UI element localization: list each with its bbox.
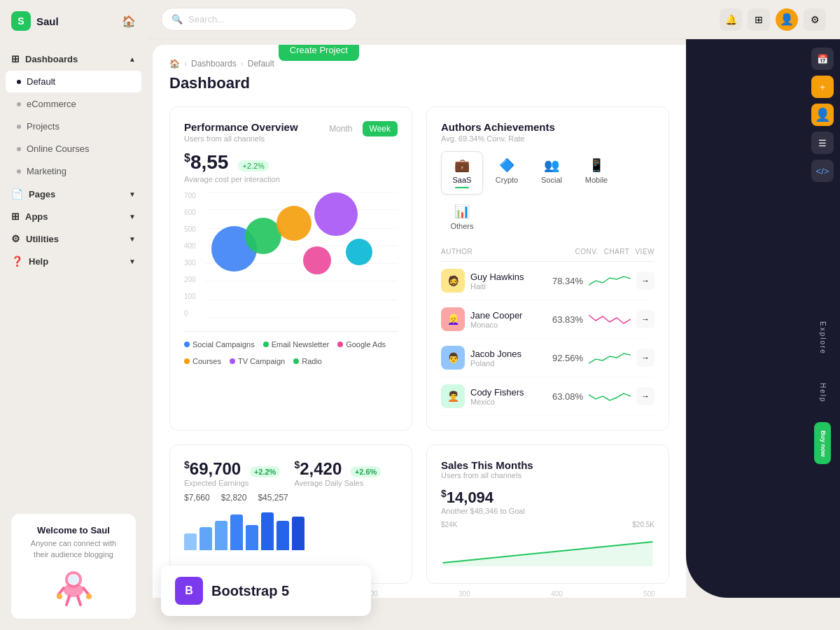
authors-title: Authors Achievements xyxy=(441,121,654,133)
bubble-purple xyxy=(314,192,358,236)
grid-line xyxy=(205,281,398,281)
saas-icon: 💼 xyxy=(454,158,470,173)
tab-social[interactable]: 👥 Social xyxy=(531,151,573,195)
bootstrap-overlay-card: B Bootstrap 5 xyxy=(161,566,371,616)
view-button[interactable]: → xyxy=(636,310,654,328)
user-avatar-icon[interactable]: 👤 xyxy=(811,104,834,126)
tab-crypto[interactable]: 🔷 Crypto xyxy=(486,151,528,195)
home-icon[interactable]: 🏠 xyxy=(169,59,180,69)
earnings-label: Expected Earnings xyxy=(184,479,280,487)
view-button[interactable]: → xyxy=(636,387,654,405)
dashboards-icon: ⊞ xyxy=(11,53,20,64)
settings-icon[interactable]: ⊞ xyxy=(748,8,770,31)
table-row: 🧑‍🦱 Cody Fishers Mexico 63.08% → xyxy=(441,377,654,416)
crypto-icon: 🔷 xyxy=(499,158,514,173)
sidebar-item-apps[interactable]: ⊞ Apps ▼ xyxy=(0,205,147,227)
create-project-button[interactable]: Create Project xyxy=(279,45,359,61)
conv-rate: 63.08% xyxy=(552,391,583,402)
bar xyxy=(261,512,274,550)
avatar: 🧑‍🦱 xyxy=(441,384,465,408)
perf-badge: +2.2% xyxy=(238,160,269,172)
conv-rate: 78.34% xyxy=(552,276,583,286)
svg-point-8 xyxy=(57,594,62,599)
legend-google-ads: Google Ads xyxy=(337,340,386,349)
more-icon[interactable]: ⚙ xyxy=(804,8,826,31)
breadcrumb-dashboards[interactable]: Dashboards xyxy=(191,59,237,69)
content-main: 🏠 › Dashboards › Default Create Project … xyxy=(153,45,686,598)
code-icon[interactable]: </> xyxy=(811,160,834,182)
earnings-badge: +2.2% xyxy=(250,466,281,477)
table-row: 👱‍♀️ Jane Cooper Monaco 63.83% → xyxy=(441,300,654,339)
sidebar-item-online-courses[interactable]: Online Courses xyxy=(6,138,141,160)
tab-label: Others xyxy=(450,222,473,230)
welcome-subtitle: Anyone can connect with their audience b… xyxy=(22,538,125,560)
grid-line xyxy=(205,317,398,318)
svg-marker-10 xyxy=(443,542,653,566)
bubble-ads xyxy=(276,206,312,241)
calendar-icon[interactable]: 📅 xyxy=(811,48,834,70)
sidebar-nav: ⊞ Dashboards ▲ Default eCommerce Project… xyxy=(0,42,147,503)
search-box[interactable]: 🔍 Search... xyxy=(161,8,357,31)
perf-subtitle: Users from all channels xyxy=(184,134,298,143)
chevron-up-icon: ▲ xyxy=(129,55,136,63)
sales-this-month-card: Sales This Months Users from all channel… xyxy=(426,444,669,584)
sidebar-item-ecommerce[interactable]: eCommerce xyxy=(6,93,141,115)
perf-cost-label: Avarage cost per interaction xyxy=(184,175,398,183)
perf-title: Performance Overview xyxy=(184,121,298,133)
tab-underline xyxy=(455,187,469,188)
conv-rate: 92.56% xyxy=(552,353,583,363)
sidebar-item-projects[interactable]: Projects xyxy=(6,115,141,137)
mini-chart xyxy=(589,311,631,328)
astronaut-illustration xyxy=(46,566,102,608)
breadcrumb-default[interactable]: Default xyxy=(248,59,274,69)
avatar: 👨 xyxy=(441,346,465,370)
sidebar-item-dashboards[interactable]: ⊞ Dashboards ▲ xyxy=(0,48,147,70)
sidebar-item-default[interactable]: Default xyxy=(6,71,141,92)
help-icon: ❓ xyxy=(11,255,23,267)
daily-sales-info: $2,420 +2.6% Average Daily Sales xyxy=(294,459,381,487)
week-toggle[interactable]: Week xyxy=(363,121,398,136)
tab-label: SaaS xyxy=(453,176,472,184)
sidebar-item-marketing[interactable]: Marketing xyxy=(6,160,141,182)
buy-now-button[interactable]: Buy now xyxy=(814,422,831,464)
earnings-card: $69,700 +2.2% Expected Earnings $2,420 +… xyxy=(169,444,412,584)
legend-dot xyxy=(230,358,235,364)
grid-line xyxy=(205,192,398,192)
perf-header: Performance Overview Users from all chan… xyxy=(184,121,398,143)
author-name: Jacob Jones xyxy=(470,349,522,359)
authors-tabs: 💼 SaaS 🔷 Crypto 👥 Social xyxy=(441,151,654,237)
view-button[interactable]: → xyxy=(636,349,654,367)
tab-mobile[interactable]: 📱 Mobile xyxy=(575,151,617,195)
mini-chart xyxy=(589,349,631,366)
sidebar-item-utilities[interactable]: ⚙ Utilities ▼ xyxy=(0,227,147,250)
plus-icon[interactable]: + xyxy=(811,76,834,98)
tab-others[interactable]: 📊 Others xyxy=(441,197,483,237)
bar xyxy=(215,521,227,550)
bar xyxy=(292,517,304,550)
notification-icon[interactable]: 🔔 xyxy=(720,8,742,31)
author-info: 🧑‍🦱 Cody Fishers Mexico xyxy=(441,384,547,408)
bootstrap-label: Bootstrap 5 xyxy=(211,583,289,599)
social-icon: 👥 xyxy=(544,158,559,173)
sales-value-block: $14,094 Another $48,346 to Goal xyxy=(441,488,654,515)
app-name: Saul xyxy=(36,15,59,27)
author-country: Poland xyxy=(470,359,522,368)
back-icon[interactable]: 🏠 xyxy=(122,15,136,28)
view-button[interactable]: → xyxy=(636,272,654,290)
bubble-tv xyxy=(303,246,331,274)
sidebar-item-help[interactable]: ❓ Help ▼ xyxy=(0,250,147,272)
tab-saas[interactable]: 💼 SaaS xyxy=(441,151,483,195)
user-avatar[interactable]: 👤 xyxy=(776,8,798,31)
menu-icon[interactable]: ☰ xyxy=(811,132,834,154)
earnings-info: $69,700 +2.2% Expected Earnings xyxy=(184,459,280,487)
author-details: Guy Hawkins Haiti xyxy=(470,272,524,290)
search-icon: 🔍 xyxy=(172,14,183,24)
month-toggle[interactable]: Month xyxy=(322,121,359,136)
help-text[interactable]: Help xyxy=(819,383,827,403)
nav-dot xyxy=(17,125,21,129)
tab-label: Mobile xyxy=(585,176,608,184)
far-right-panel: 📅 + 👤 ☰ </> Explore Help Buy now xyxy=(805,39,840,598)
explore-text[interactable]: Explore xyxy=(819,321,827,355)
legend-dot xyxy=(293,358,299,364)
sidebar-item-pages[interactable]: 📄 Pages ▼ xyxy=(0,183,147,205)
